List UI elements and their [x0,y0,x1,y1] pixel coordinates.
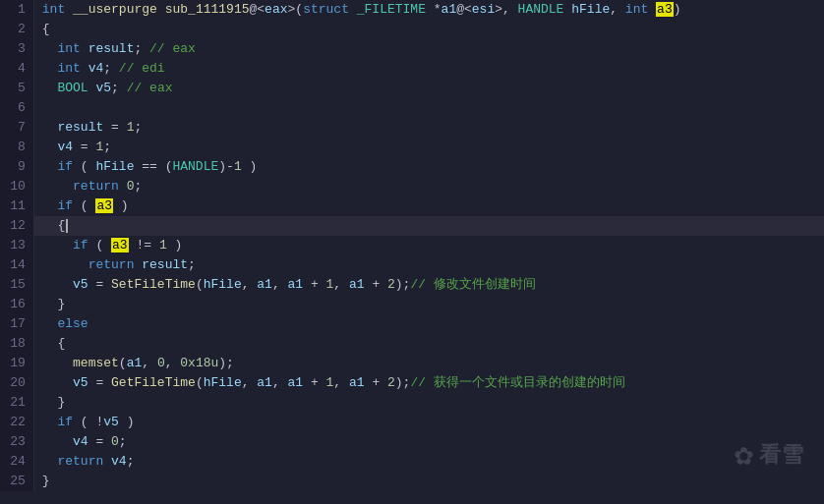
table-row: 17 else [0,314,824,334]
plain-token [42,61,58,76]
plain-token: , [242,375,258,390]
plain-token: } [42,474,50,488]
plain-token: ; [134,41,149,56]
table-row: 14 return result; [0,255,824,275]
plain-token [42,375,73,390]
highlighted-variable: a3 [656,2,674,17]
plain-token: ); [395,277,411,292]
num-token: 2 [387,277,395,292]
line-number: 15 [0,275,33,295]
plain-token: + [365,277,387,292]
kw-token: if [57,415,73,429]
kw-token: return [88,257,135,272]
plain-token [103,454,111,469]
plain-token [81,41,88,56]
var-token: result [57,120,103,135]
plain-token: ( [73,159,95,174]
code-content: int v4; // edi [33,59,824,79]
plain-token: ( ! [73,415,103,429]
plain-token: , [242,277,258,292]
code-content: result = 1; [33,118,824,138]
plain-token: ; [119,434,127,449]
var-token: a1 [441,2,457,17]
table-row: 20 v5 = GetFileTime(hFile, a1, a1 + 1, a… [0,373,824,393]
plain-token [42,198,58,213]
num-token: 0 [157,356,165,370]
plain-token [81,61,88,76]
plain-token: ; [188,257,196,272]
comment-text: // eax [149,41,196,56]
code-content: return v4; [33,452,824,472]
plain-token [42,81,58,95]
type-token: HANDLE [172,159,218,174]
plain-token: ; [103,61,119,76]
kw-token: struct [303,2,349,17]
comment-text: // eax [127,81,173,95]
line-number: 1 [0,0,33,20]
highlighted-variable: a3 [95,198,113,213]
table-row: 21 } [0,393,824,413]
table-row: 11 if ( a3 ) [0,196,824,216]
plain-token [42,120,58,135]
table-row: 19 memset(a1, 0, 0x18u); [0,354,824,373]
plain-token: ) [119,415,135,429]
line-number: 23 [0,432,33,452]
text-cursor [66,219,68,233]
var-token: v5 [103,415,119,429]
kw-token: int [57,61,80,76]
plain-token: )- [218,159,234,174]
plain-token: } [42,297,65,311]
line-number: 20 [0,373,33,393]
line-number: 13 [0,236,33,255]
plain-token: ) [242,159,258,174]
code-content: { [33,334,824,354]
plain-token [42,179,73,194]
code-content: return result; [33,255,824,275]
var-token: a1 [349,375,365,390]
fn-token: SetFileTime [111,277,196,292]
table-row: 22 if ( !v5 ) [0,413,824,432]
line-number: 5 [0,79,33,98]
table-row: 4 int v4; // edi [0,59,824,79]
code-content: } [33,295,824,314]
plain-token [119,179,127,194]
plain-token: { [42,22,50,36]
plain-token: ; [127,454,135,469]
var-token: v4 [111,454,127,469]
var-token: result [88,41,135,56]
plain-token: >( [288,2,304,17]
table-row: 7 result = 1; [0,118,824,138]
line-number: 3 [0,39,33,59]
code-content: v5 = SetFileTime(hFile, a1, a1 + 1, a1 +… [33,275,824,295]
plain-token [42,257,88,272]
plain-token [42,41,58,56]
plain-token: ( [196,277,204,292]
code-content: BOOL v5; // eax [33,79,824,98]
code-content: if ( !v5 ) [33,413,824,432]
line-number: 12 [0,216,33,236]
var-token: hFile [571,2,610,17]
plain-token: { [42,218,65,233]
table-row: 9 if ( hFile == (HANDLE)-1 ) [0,157,824,177]
plain-token: + [303,375,325,390]
plain-token [42,415,58,429]
plain-token: ) [674,2,681,17]
num-token: 0 [111,434,119,449]
plain-token: , [333,277,349,292]
table-row: 2{ [0,20,824,39]
var-token: hFile [204,375,242,390]
table-row: 8 v4 = 1; [0,138,824,157]
line-number: 8 [0,138,33,157]
var-token: v5 [73,277,88,292]
line-number: 21 [0,393,33,413]
code-content: } [33,393,824,413]
kw-token: if [57,159,73,174]
plain-token: ( [73,198,95,213]
plain-token [349,2,357,17]
table-row: 5 BOOL v5; // eax [0,79,824,98]
line-number: 24 [0,452,33,472]
plain-token: , [272,277,288,292]
plain-token: , [333,375,349,390]
code-content: v5 = GetFileTime(hFile, a1, a1 + 1, a1 +… [33,373,824,393]
type-token: BOOL [57,81,88,95]
